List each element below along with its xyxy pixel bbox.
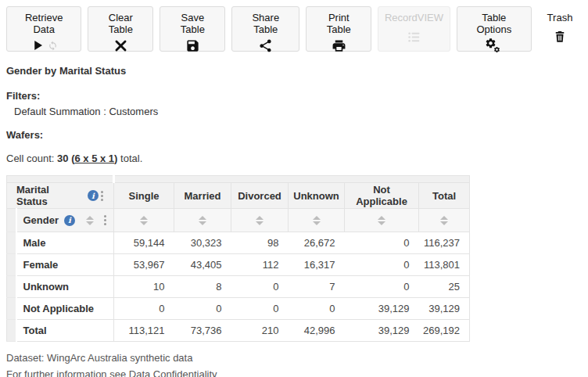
trash-button[interactable]: Trash (538, 6, 582, 52)
hierarchy-strip (7, 232, 16, 254)
confidentiality-prefix: For further information see (6, 368, 129, 377)
data-cell: 59,144 (114, 232, 174, 254)
save-table-button[interactable]: Save Table (160, 6, 225, 52)
filters-value: Default Summation : Customers (14, 106, 582, 117)
table-row: Female 53,967 43,405 112 16,317 0 113,80… (7, 254, 470, 276)
row-label: Not Applicable (16, 298, 114, 320)
data-cell: 39,129 (345, 320, 419, 342)
table-footer: Dataset: WingArc Australia synthetic dat… (6, 350, 582, 377)
column-header-divorced[interactable]: Divorced (231, 183, 289, 209)
table-row: Unknown 10 8 0 7 0 25 (7, 276, 470, 298)
info-icon[interactable]: i (64, 215, 75, 226)
data-cell: 0 (174, 298, 231, 320)
data-cell: 39,129 (419, 298, 470, 320)
cell-count-suffix: total. (120, 153, 142, 164)
data-cell: 39,129 (345, 298, 419, 320)
data-cell: 0 (345, 254, 419, 276)
hierarchy-strip (7, 254, 16, 276)
share-table-label: Share Table (241, 12, 290, 35)
row-label: Female (16, 254, 114, 276)
cell-count-line: Cell count: 30 (6 x 5 x 1) total. (6, 153, 582, 164)
hierarchy-strip (7, 276, 16, 298)
table-row: Male 59,144 30,323 98 26,672 0 116,237 (7, 232, 470, 254)
data-cell: 0 (231, 276, 289, 298)
trash-label: Trash (547, 12, 573, 23)
column-header-married[interactable]: Married (174, 183, 231, 209)
recordview-button: RecordVIEW (378, 6, 450, 52)
sort-icon[interactable] (378, 216, 385, 225)
clear-table-button[interactable]: Clear Table (88, 6, 153, 52)
clear-table-label: Clear Table (97, 12, 144, 35)
row-dimension-sort-row: Gender i (7, 209, 470, 232)
row-label: Unknown (16, 276, 114, 298)
record-list-icon (407, 30, 421, 45)
trash-icon (553, 30, 567, 44)
column-dimension-label: Marital Status (16, 184, 82, 207)
table-options-button[interactable]: Table Options (457, 6, 532, 52)
data-cell: 10 (114, 276, 174, 298)
column-header-unknown[interactable]: Unknown (289, 183, 345, 209)
toolbar: Retrieve Data Clear Table Save Table Sha… (6, 6, 582, 52)
kebab-menu-icon[interactable] (99, 189, 106, 203)
table-options-label: Table Options (466, 12, 522, 35)
row-label: Total (16, 320, 114, 342)
wafers-heading: Wafers: (6, 129, 582, 141)
data-cell: 112 (231, 254, 289, 276)
sync-icon (48, 41, 58, 51)
kebab-menu-icon[interactable] (102, 214, 109, 227)
gears-icon (486, 38, 502, 55)
data-cell: 7 (289, 276, 345, 298)
data-cell: 113,801 (419, 254, 470, 276)
data-cell: 30,323 (174, 232, 231, 254)
data-cell: 73,736 (174, 320, 231, 342)
sort-icon[interactable] (140, 216, 148, 225)
filters-heading: Filters: (6, 90, 582, 102)
recordview-label: RecordVIEW (385, 12, 443, 23)
data-cell: 8 (174, 276, 231, 298)
floppy-save-icon (185, 38, 200, 53)
data-cell: 0 (289, 298, 345, 320)
print-table-label: Print Table (315, 12, 362, 35)
sort-icon[interactable] (199, 216, 206, 225)
hierarchy-strip (7, 209, 16, 232)
column-header-total[interactable]: Total (419, 183, 470, 209)
row-dimension-header: Gender i (16, 209, 114, 232)
table-body: Male 59,144 30,323 98 26,672 0 116,237 F… (7, 232, 470, 342)
confidentiality-note: For further information see Data Confide… (6, 366, 582, 377)
data-cell: 42,996 (289, 320, 345, 342)
app-page: Retrieve Data Clear Table Save Table Sha… (0, 0, 588, 377)
sort-icon[interactable] (86, 216, 94, 225)
data-cell: 0 (114, 298, 174, 320)
cell-count-prefix: Cell count: (6, 153, 54, 164)
crosstab-table: Marital Status i Single Married Divorced… (6, 175, 470, 342)
info-icon[interactable]: i (88, 190, 99, 201)
data-cell: 269,192 (419, 320, 470, 342)
data-cell: 53,967 (114, 254, 174, 276)
column-header-single[interactable]: Single (114, 183, 174, 209)
save-table-label: Save Table (169, 12, 216, 35)
table-spacer-row (7, 176, 470, 183)
hierarchy-strip (7, 320, 16, 342)
data-cell: 25 (419, 276, 470, 298)
row-dimension-label: Gender (23, 214, 59, 226)
column-header-row: Marital Status i Single Married Divorced… (7, 183, 470, 209)
clear-x-icon (113, 38, 128, 53)
data-cell: 0 (345, 232, 419, 254)
retrieve-data-button[interactable]: Retrieve Data (6, 6, 81, 52)
sort-icon[interactable] (313, 216, 321, 225)
column-header-not-applicable[interactable]: Not Applicable (345, 183, 419, 209)
data-cell: 210 (231, 320, 289, 342)
print-table-button[interactable]: Print Table (306, 6, 371, 52)
share-table-button[interactable]: Share Table (231, 6, 299, 52)
cell-count-close-paren: ) (114, 153, 117, 164)
sort-icon[interactable] (256, 216, 264, 225)
data-cell: 0 (345, 276, 419, 298)
data-cell: 98 (231, 232, 289, 254)
row-label: Male (16, 232, 114, 254)
cell-count-link[interactable]: 6 x 5 x 1 (74, 153, 114, 164)
data-cell: 16,317 (289, 254, 345, 276)
retrieve-data-label: Retrieve Data (16, 12, 72, 35)
data-confidentiality-link[interactable]: Data Confidentiality (129, 368, 217, 377)
share-icon (258, 38, 273, 53)
sort-icon[interactable] (440, 216, 448, 225)
